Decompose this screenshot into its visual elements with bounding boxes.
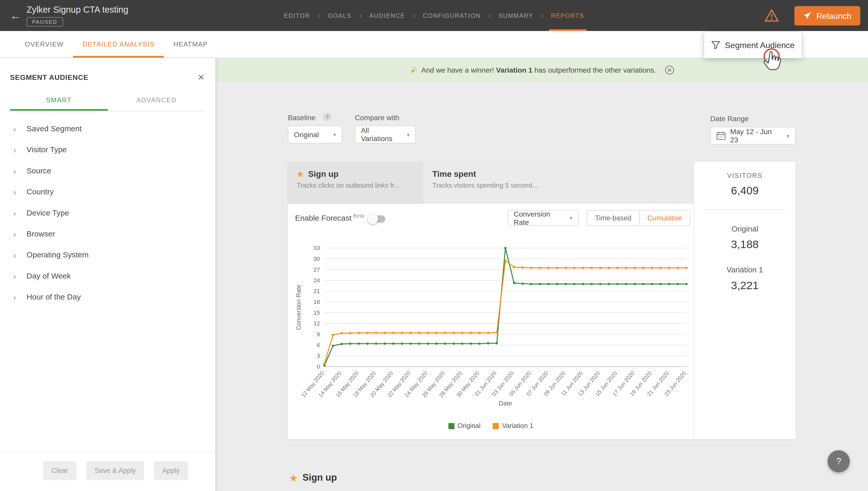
breadcrumb-item-goals[interactable]: GOALS: [326, 0, 354, 31]
segment-item-hour-of-the-day[interactable]: ›Hour of the Day: [0, 286, 215, 307]
panel-title: SEGMENT AUDIENCE: [10, 73, 89, 81]
close-icon[interactable]: ×: [198, 71, 204, 82]
goal-tab-sign-up[interactable]: ★ Sign up Tracks clicks on outbound link…: [288, 162, 423, 204]
segment-item-label: Browser: [27, 229, 55, 238]
segment-audience-label: Segment Audience: [725, 40, 795, 50]
visitors-stats-panel: VISITORS 6,409 Original 3,188 Variation …: [694, 162, 796, 439]
breadcrumb-item-audience[interactable]: AUDIENCE: [367, 0, 408, 31]
chevron-down-icon: ▾: [329, 132, 336, 138]
chevron-right-icon: ›: [13, 229, 26, 238]
back-button[interactable]: ←: [4, 9, 27, 22]
original-value: 3,188: [694, 238, 796, 251]
segment-item-operating-system[interactable]: ›Operating System: [0, 244, 215, 265]
compare-with-label: Compare with: [355, 113, 399, 122]
breadcrumb-separator-icon: ›: [488, 11, 491, 19]
segment-tab-advanced[interactable]: ADVANCED: [108, 91, 205, 111]
svg-text:Conversion Rate: Conversion Rate: [295, 285, 302, 330]
segment-audience-button[interactable]: Segment Audience: [704, 32, 802, 58]
banner-close-icon[interactable]: [665, 65, 674, 75]
segment-item-label: Source: [27, 166, 51, 175]
divider: [704, 209, 786, 210]
conversion-chart: 0369121518212427303312 May 202014 May 20…: [292, 244, 693, 426]
star-icon: ★: [290, 473, 298, 483]
toggle-knob: [368, 214, 378, 224]
svg-text:12: 12: [313, 320, 320, 327]
help-button[interactable]: ?: [828, 450, 850, 472]
chevron-down-icon: ▾: [565, 215, 572, 221]
segment-item-list: ›Saved Segment›Visitor Type›Source›Count…: [0, 111, 215, 308]
breadcrumb-separator-icon: ›: [359, 11, 362, 19]
legend-label: Variation 1: [502, 422, 533, 430]
breadcrumb-item-configuration[interactable]: CONFIGURATION: [421, 0, 483, 31]
compare-with-value: All Variations: [361, 126, 398, 143]
breadcrumb-item-reports[interactable]: REPORTS: [549, 0, 587, 31]
confetti-icon: [410, 66, 417, 74]
signup-section-title: Sign up: [302, 472, 337, 484]
svg-text:18: 18: [313, 299, 320, 305]
forecast-toggle[interactable]: [369, 215, 385, 223]
cumulative-option[interactable]: Cumulative: [639, 210, 690, 225]
svg-text:27: 27: [313, 266, 320, 273]
segment-item-saved-segment[interactable]: ›Saved Segment: [0, 118, 215, 139]
top-header: ← Zylker Signup CTA testing PAUSED EDITO…: [0, 0, 868, 31]
svg-text:30: 30: [313, 256, 320, 262]
segment-item-day-of-week[interactable]: ›Day of Week: [0, 265, 215, 286]
chevron-down-icon: ▾: [782, 133, 789, 139]
segment-footer: Clear Save & Apply Apply: [0, 452, 215, 491]
status-badge: PAUSED: [27, 17, 63, 26]
legend-item-variation-1: Variation 1: [492, 422, 533, 430]
clear-button[interactable]: Clear: [43, 461, 76, 480]
segment-item-label: Day of Week: [27, 271, 71, 280]
compare-with-select[interactable]: All Variations ▾: [355, 125, 416, 143]
relaunch-label: Relaunch: [816, 11, 851, 20]
tab-heatmap[interactable]: HEATMAP: [164, 31, 217, 58]
header-actions: Relaunch: [764, 0, 860, 31]
tab-detailed-analysis[interactable]: DETAILED ANALYSIS: [73, 31, 164, 58]
svg-text:21: 21: [313, 288, 320, 294]
apply-button[interactable]: Apply: [154, 461, 188, 480]
winner-banner: And we have a winner! Variation 1 has ou…: [216, 58, 868, 82]
enable-forecast-label: Enable ForecastBeta: [295, 213, 364, 223]
goal-tab-time-spent[interactable]: Time spent Tracks visitors spending 5 se…: [423, 162, 694, 204]
conversion-chart-area: 0369121518212427303312 May 202014 May 20…: [292, 244, 693, 426]
paper-plane-icon: [803, 11, 811, 20]
svg-text:24: 24: [313, 277, 320, 284]
date-range-value: May 12 - Jun 23: [730, 127, 778, 144]
metric-select[interactable]: Conversion Rate ▾: [508, 210, 578, 226]
warning-icon[interactable]: [764, 9, 779, 22]
breadcrumb-item-editor[interactable]: EDITOR: [281, 0, 312, 31]
segment-item-country[interactable]: ›Country: [0, 181, 215, 202]
svg-text:Date: Date: [499, 400, 512, 407]
breadcrumb-separator-icon: ›: [541, 11, 543, 19]
time-based-option[interactable]: Time-based: [588, 210, 639, 225]
goal-desc: Tracks visitors spending 5 second...: [432, 182, 685, 190]
baseline-select[interactable]: Original ▾: [288, 125, 342, 143]
chart-mode-toggle: Time-based Cumulative: [587, 210, 690, 226]
segment-item-browser[interactable]: ›Browser: [0, 223, 215, 244]
chevron-right-icon: ›: [13, 271, 26, 280]
svg-text:6: 6: [317, 342, 320, 348]
segment-item-visitor-type[interactable]: ›Visitor Type: [0, 139, 215, 160]
goal-report-card: ★ Sign up Tracks clicks on outbound link…: [288, 162, 796, 439]
segment-item-label: Hour of the Day: [27, 292, 81, 301]
date-range-select[interactable]: May 12 - Jun 23 ▾: [710, 127, 796, 145]
breadcrumb-item-summary[interactable]: SUMMARY: [496, 0, 536, 31]
svg-text:9: 9: [317, 331, 320, 338]
goal-title: Time spent: [432, 169, 476, 178]
segment-item-source[interactable]: ›Source: [0, 160, 215, 181]
banner-text: And we have a winner! Variation 1 has ou…: [421, 66, 656, 74]
segment-tab-smart[interactable]: SMART: [10, 91, 108, 111]
tab-overview[interactable]: OVERVIEW: [16, 31, 73, 58]
baseline-help-icon[interactable]: ?: [323, 112, 331, 121]
breadcrumb: EDITOR›GOALS›AUDIENCE›CONFIGURATION›SUMM…: [281, 0, 587, 31]
segment-item-device-type[interactable]: ›Device Type: [0, 202, 215, 223]
segment-item-label: Visitor Type: [27, 145, 67, 154]
save-apply-button[interactable]: Save & Apply: [86, 461, 144, 480]
segment-tabs: SMARTADVANCED: [10, 91, 205, 111]
chart-legend: OriginalVariation 1: [288, 422, 694, 430]
goal-desc: Tracks clicks on outbound links fr...: [297, 182, 415, 190]
chevron-right-icon: ›: [13, 166, 26, 175]
chevron-right-icon: ›: [13, 292, 26, 301]
relaunch-button[interactable]: Relaunch: [794, 6, 860, 25]
chevron-right-icon: ›: [13, 187, 26, 196]
